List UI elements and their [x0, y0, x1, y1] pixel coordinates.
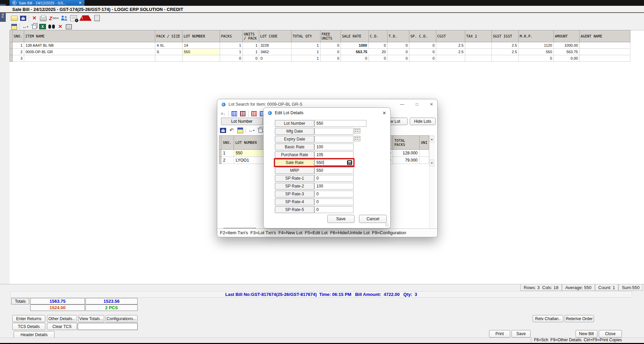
grid-cell[interactable]: 0 [320, 42, 341, 49]
lot-number-tab[interactable]: Lot Number [221, 118, 263, 125]
field-input[interactable] [314, 128, 354, 135]
grid-cell[interactable]: 0009-OP-BL GR [24, 49, 155, 55]
row-selector[interactable] [10, 42, 13, 49]
grid-header-cell[interactable]: C.D. [369, 30, 388, 42]
lot-grid-cell[interactable]: 2 [221, 157, 234, 164]
grid-header-cell[interactable]: PACK / SIZE [155, 30, 183, 42]
print-icon[interactable] [40, 16, 47, 21]
grid-cell[interactable]: 550 [183, 49, 220, 55]
maximize-icon[interactable]: □ [416, 102, 418, 107]
grid-cell[interactable]: 0 [369, 42, 388, 49]
save-icon[interactable] [220, 128, 226, 133]
close-button[interactable]: Close [599, 330, 622, 338]
grid-cell[interactable]: 1000.00 [554, 42, 580, 49]
grid-cell[interactable]: 0 [388, 55, 409, 62]
grid-header-cell[interactable]: ITEM NAME [24, 30, 155, 42]
grid-cell[interactable] [183, 55, 220, 62]
grid-cell[interactable]: 2.5 [436, 49, 465, 55]
grid-cell[interactable] [580, 42, 630, 49]
grid-header-cell[interactable]: FREE UNITS [320, 30, 341, 42]
grid-cell[interactable]: 1 [220, 49, 243, 55]
new-bill-button[interactable]: New Bill [576, 330, 597, 338]
party-icon[interactable] [61, 15, 68, 21]
grid-cell[interactable]: 1 [292, 55, 320, 62]
grid-header-cell[interactable]: AGENT NAME [580, 30, 630, 42]
grid-cell[interactable] [465, 42, 492, 49]
clear-icon[interactable]: ✕ [57, 23, 63, 30]
edit-lot-titlebar[interactable]: L Edit Lot Details ✕ [264, 108, 390, 118]
lot-grid-cell[interactable]: 1 [221, 150, 234, 157]
grid-cell[interactable]: 563.75 [554, 49, 580, 55]
export-excel-icon[interactable]: X [39, 24, 46, 29]
grid-cell[interactable]: S [155, 49, 183, 55]
grid-cell[interactable] [155, 55, 183, 62]
tcs-details-button[interactable]: TCS Details [12, 323, 45, 330]
grid-cell[interactable]: 0 [220, 55, 243, 62]
grid-cell[interactable]: 0 [259, 55, 292, 62]
grid-cell[interactable] [436, 55, 465, 62]
grid-cell[interactable]: 0 [320, 55, 341, 62]
grid-cell[interactable]: 1 [243, 42, 259, 49]
grid-cell[interactable]: 1 [292, 42, 320, 49]
field-input[interactable]: 550 [314, 120, 366, 127]
zoom-icon[interactable]: Z om ▾ [49, 15, 59, 21]
field-input[interactable]: 0 [314, 175, 354, 182]
grid-header-cell[interactable]: LOT CODE [259, 30, 292, 42]
close-icon[interactable]: ✕ [430, 102, 433, 107]
grid-cell[interactable]: 0 [409, 42, 436, 49]
view-totals-button[interactable]: View Totals... [78, 315, 104, 322]
reterive-order-button[interactable]: Reterive Order [565, 315, 594, 322]
calendar-icon[interactable] [354, 136, 360, 143]
grid-cell[interactable]: 0 [341, 55, 369, 62]
grid-header-cell[interactable]: UNITS / PACK [243, 30, 259, 42]
grid-cell[interactable] [465, 55, 492, 62]
grid-header-cell[interactable]: SP. C.D. [409, 30, 436, 42]
grid-cell[interactable]: 3228 [259, 42, 292, 49]
sort-icon[interactable]: ≡↓ [220, 110, 226, 117]
field-input[interactable]: 100 [314, 144, 354, 150]
grid-cell[interactable]: 0 [320, 49, 341, 55]
add-details-icon[interactable] [70, 15, 77, 21]
grid-cell[interactable]: 3462 [259, 49, 292, 55]
column-width-icon[interactable]: ↔▾ [22, 23, 28, 30]
grid-cell[interactable]: 0 [369, 55, 388, 62]
grid-cell[interactable]: 20 [369, 49, 388, 55]
undo-icon[interactable]: ↶ [229, 127, 235, 134]
notes-icon[interactable] [237, 128, 243, 133]
grid-cell[interactable]: 4 XL [155, 42, 183, 49]
save-button[interactable]: Save [327, 215, 355, 223]
grid-cell[interactable]: 0 [409, 55, 436, 62]
grid-cell[interactable] [24, 55, 155, 62]
scroll-down-icon[interactable]: ▼ [429, 159, 434, 167]
grid-cell[interactable]: 14 [183, 42, 220, 49]
grid-cell[interactable]: 563.75 [341, 49, 369, 55]
grid-cell[interactable] [580, 55, 630, 62]
lot-view-red-icon[interactable] [251, 111, 257, 116]
grid-header-cell[interactable]: M.R.P. [519, 30, 554, 42]
field-input[interactable]: 0 [314, 198, 354, 205]
copy-icon[interactable] [258, 128, 263, 133]
field-input[interactable] [314, 136, 354, 143]
lot-grid-header-cell[interactable]: SNO. [221, 136, 234, 150]
find-icon[interactable] [48, 25, 55, 29]
alert-icon[interactable] [79, 15, 92, 21]
grid-cell[interactable]: 2.5 [492, 49, 519, 55]
lot-grid-cell[interactable] [420, 157, 429, 164]
copy-icon[interactable] [32, 24, 36, 29]
grid-header-cell[interactable]: SALE RATE [341, 30, 369, 42]
grid-header-cell[interactable]: TAX 2 [465, 30, 492, 42]
grid-cell[interactable]: 1 [220, 42, 243, 49]
lot-grid-header-cell[interactable]: UNI [420, 136, 429, 150]
grid-header-cell[interactable]: CGST [436, 30, 465, 42]
zoom-caret-icon[interactable]: ▾ [57, 17, 59, 20]
table-row[interactable]: 1138 AA4T BL NB4 XL141132281010000002.52… [10, 42, 630, 49]
lot-grid-cell[interactable]: 79.000 [393, 157, 420, 164]
grid-header-cell[interactable]: SGST IGST [492, 30, 519, 42]
table-row[interactable]: 20009-OP-BL GRS55011346210563.7520002.52… [10, 49, 630, 55]
cancel-button[interactable]: Cancel [359, 215, 387, 223]
grid-header-cell[interactable]: PACKS [220, 30, 243, 42]
field-input[interactable]: 0 [314, 206, 354, 213]
field-input[interactable]: 105 [314, 151, 354, 158]
grid-cell[interactable]: 138 AA4T BL NB [24, 42, 155, 49]
grid-cell[interactable]: 1 [243, 49, 259, 55]
